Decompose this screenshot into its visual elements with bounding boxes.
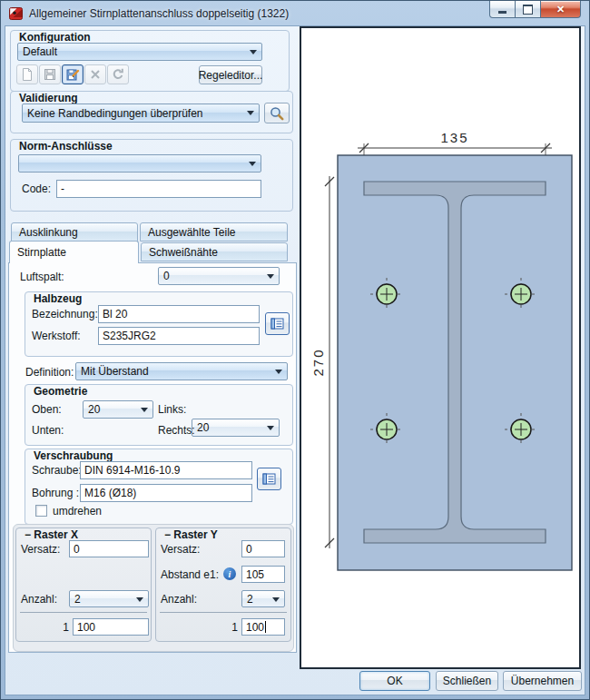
bezeichnung-field[interactable]: Bl 20 — [98, 305, 260, 323]
minimize-icon — [498, 11, 506, 14]
preview-panel: 135 270 — [300, 26, 581, 669]
bohrung-label: Bohrung : — [32, 487, 79, 499]
raster-x-anzahl-select[interactable]: 2 — [69, 590, 149, 607]
collapse-icon[interactable]: − — [164, 528, 171, 541]
links-select[interactable]: 20 — [192, 419, 280, 437]
raster-y-anzahl-value: 2 — [247, 593, 253, 606]
stirnplatte-panel: Luftspalt: 0 Halbzeug Bezeichnung: Bl 20… — [8, 262, 297, 653]
geometrie-group: Geometrie Oben: 20 Links: 20 Unten: 20 R… — [25, 384, 293, 446]
close-dialog-button[interactable]: Schließen — [436, 671, 498, 691]
save-as-config-button[interactable] — [62, 64, 84, 84]
raster-y-abstand-field[interactable]: 105 — [241, 566, 285, 583]
close-button[interactable]: ✕ — [540, 1, 581, 18]
schraube-field[interactable]: DIN 6914-M16-10.9 — [80, 461, 252, 479]
code-field[interactable]: - — [56, 180, 261, 198]
bohrung-field[interactable]: M16 (Ø18) — [80, 484, 252, 502]
luftspalt-value: 0 — [163, 270, 170, 282]
rechts-label: Rechts: — [158, 424, 195, 437]
refresh-config-button — [107, 64, 129, 84]
validierung-select[interactable]: Keine Randbedingungen überprüfen — [22, 104, 260, 123]
tab-ausklinkung-label: Ausklinkung — [19, 226, 78, 239]
save-icon — [43, 67, 57, 82]
app-icon — [9, 6, 24, 21]
chevron-down-icon — [141, 408, 148, 412]
raster-x-versatz-field[interactable]: 0 — [69, 540, 149, 557]
code-value: - — [61, 182, 64, 195]
norm-select[interactable] — [18, 154, 261, 173]
raster-x-title: − Raster X — [22, 528, 81, 541]
raster-container: − Raster X Versatz: 0 Anzahl: 2 1 100 − … — [13, 524, 294, 652]
dimension-height — [325, 176, 334, 548]
konfiguration-select[interactable]: Default — [17, 43, 262, 61]
tab-stirnplatte-label: Stirnplatte — [17, 246, 66, 259]
raster-y-group: − Raster Y Versatz: 0 Abstand e1: i 105 … — [155, 527, 291, 642]
schraube-value: DIN 6914-M16-10.9 — [84, 464, 180, 477]
raster-x-separator — [20, 612, 147, 613]
tab-ausklinkung[interactable]: Ausklinkung — [11, 222, 138, 242]
info-icon[interactable]: i — [223, 567, 236, 580]
tab-ausgewaehlte-teile[interactable]: Ausgewählte Teile — [140, 222, 288, 242]
bezeichnung-label: Bezeichnung: — [32, 308, 98, 320]
minimize-button[interactable] — [489, 1, 516, 18]
verschraubung-title: Verschraubung — [31, 449, 115, 462]
maximize-icon — [523, 5, 533, 15]
new-file-icon — [20, 67, 34, 82]
oben-select[interactable]: 20 — [83, 400, 153, 419]
chevron-down-icon — [249, 162, 256, 166]
raster-y-separator — [160, 612, 287, 613]
refresh-icon — [111, 67, 125, 82]
raster-y-row-index: 1 — [221, 621, 238, 634]
geometrie-title: Geometrie — [31, 385, 90, 398]
tab-schweissnaehte[interactable]: Schweißnähte — [141, 242, 288, 261]
apply-label: Übernehmen — [511, 675, 574, 687]
rule-editor-button[interactable]: Regeleditor... — [199, 65, 262, 84]
chevron-down-icon — [247, 111, 254, 115]
halbzeug-catalog-button[interactable] — [265, 312, 290, 335]
werkstoff-label: Werkstoff: — [32, 330, 81, 342]
rule-editor-label: Regeleditor... — [199, 69, 263, 82]
chevron-down-icon — [275, 370, 282, 374]
catalog-table-icon — [262, 473, 277, 486]
raster-y-spacing-field[interactable]: 100 — [241, 618, 285, 636]
luftspalt-select[interactable]: 0 — [158, 267, 280, 285]
raster-y-versatz-field[interactable]: 0 — [241, 540, 285, 557]
connection-preview-drawing: 135 270 — [301, 28, 579, 667]
window-controls: ✕ — [489, 1, 581, 18]
links-label: Links: — [158, 403, 186, 416]
validierung-group: Validierung Keine Randbedingungen überpr… — [10, 91, 293, 133]
magnifier-icon — [269, 105, 285, 122]
schrauben-catalog-button[interactable] — [257, 468, 281, 490]
validierung-selected-value: Keine Randbedingungen überprüfen — [27, 107, 203, 120]
norm-anschluesse-title: Norm-Anschlüsse — [16, 140, 115, 153]
raster-y-spacing-value: 100 — [246, 621, 264, 634]
umdrehen-checkbox[interactable] — [35, 505, 47, 517]
collapse-icon[interactable]: − — [25, 528, 31, 541]
dialog-window: Allgemeiner Stirnplattenanschluss doppel… — [0, 0, 590, 700]
chevron-down-icon — [250, 50, 257, 54]
raster-x-row-index: 1 — [53, 621, 69, 634]
raster-y-anzahl-select[interactable]: 2 — [241, 590, 285, 607]
ok-button[interactable]: OK — [359, 671, 430, 691]
unten-label: Unten: — [32, 424, 64, 437]
umdrehen-label: umdrehen — [53, 505, 102, 518]
tab-ausgewaehlte-teile-label: Ausgewählte Teile — [148, 226, 236, 239]
chevron-down-icon — [136, 597, 143, 602]
raster-y-abstand-value: 105 — [246, 568, 264, 581]
ok-label: OK — [387, 675, 402, 687]
raster-x-versatz-value: 0 — [74, 543, 80, 556]
werkstoff-field[interactable]: S235JRG2 — [98, 327, 260, 345]
apply-button[interactable]: Übernehmen — [503, 671, 582, 691]
konfiguration-selected-value: Default — [23, 45, 57, 58]
tab-stirnplatte[interactable]: Stirnplatte — [9, 241, 139, 263]
definition-select[interactable]: Mit Überstand — [75, 362, 288, 380]
norm-anschluesse-group: Norm-Anschlüsse Code: - — [10, 139, 293, 212]
save-as-icon — [65, 67, 80, 82]
window-title: Allgemeiner Stirnplattenanschluss doppel… — [29, 7, 289, 20]
validate-search-button[interactable] — [264, 103, 290, 123]
raster-x-anzahl-label: Anzahl: — [21, 593, 57, 606]
close-dialog-label: Schließen — [443, 675, 491, 687]
code-label: Code: — [22, 182, 51, 195]
bezeichnung-value: Bl 20 — [103, 308, 127, 320]
maximize-button[interactable] — [516, 1, 540, 18]
raster-x-spacing-field[interactable]: 100 — [73, 618, 149, 636]
